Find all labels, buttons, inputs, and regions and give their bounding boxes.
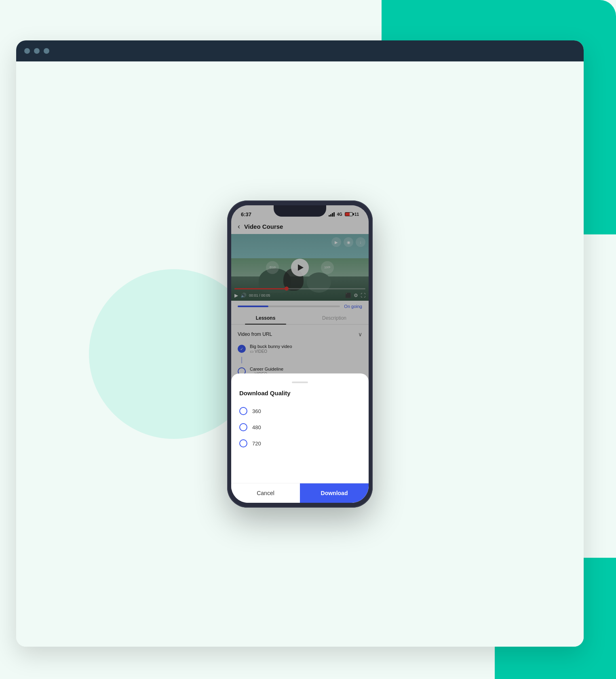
radio-360 [239,407,247,415]
browser-window: 6:37 4G 11 [16,40,584,647]
quality-option-360[interactable]: 360 [239,403,361,419]
radio-720 [239,439,247,447]
phone-screen: 6:37 4G 11 [231,205,369,503]
quality-label-360: 360 [252,408,261,414]
browser-dot-3 [44,48,49,54]
quality-option-720[interactable]: 720 [239,435,361,451]
download-button[interactable]: Download [300,483,369,503]
browser-content: 6:37 4G 11 [16,61,584,647]
browser-dot-2 [34,48,40,54]
browser-titlebar [16,40,584,61]
quality-label-480: 480 [252,424,261,430]
browser-dot-1 [24,48,30,54]
cancel-button[interactable]: Cancel [231,483,300,503]
quality-option-480[interactable]: 480 [239,419,361,435]
quality-label-720: 720 [252,441,261,447]
sheet-handle [292,382,308,383]
radio-480 [239,423,247,431]
sheet-actions: Cancel Download [231,483,369,503]
sheet-title: Download Quality [239,390,361,396]
download-quality-sheet: Download Quality 360 480 720 [231,373,369,503]
phone-mockup: 6:37 4G 11 [227,200,373,508]
